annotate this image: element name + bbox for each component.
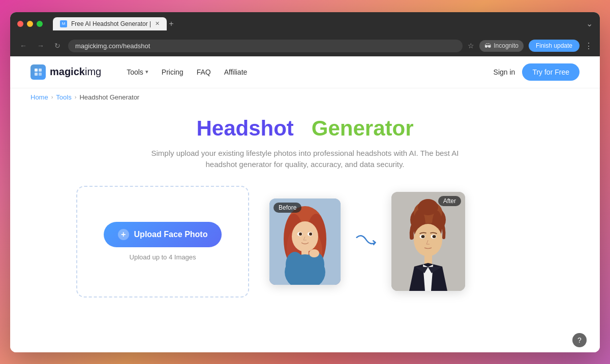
tab-favicon: M (60, 20, 67, 27)
svg-point-30 (433, 235, 436, 238)
address-input[interactable] (68, 40, 463, 52)
svg-rect-0 (35, 69, 38, 72)
before-label: Before (273, 203, 301, 213)
before-photo-card: Before (269, 198, 341, 285)
sign-in-btn[interactable]: Sign in (494, 68, 515, 76)
upload-hint: Upload up to 4 Images (130, 253, 196, 261)
nav-right: Sign in Try for Free (494, 63, 580, 81)
breadcrumb-sep-2: › (75, 94, 77, 100)
before-after-section: Before (269, 192, 534, 291)
chevron-down-icon: ▾ (145, 69, 148, 75)
breadcrumb-home[interactable]: Home (30, 93, 48, 101)
new-tab-btn[interactable]: + (169, 19, 173, 28)
breadcrumb-sep-1: › (51, 94, 53, 100)
svg-rect-2 (35, 73, 38, 76)
nav-affiliate[interactable]: Affiliate (219, 65, 253, 79)
upload-box: + Upload Face Photo Upload up to 4 Image… (76, 186, 249, 297)
nav-tools[interactable]: Tools ▾ (121, 65, 154, 79)
svg-point-19 (309, 249, 319, 257)
refresh-btn[interactable]: ↻ (52, 40, 63, 51)
browser-menu-btn[interactable]: ⋮ (585, 41, 593, 51)
logo-icon (30, 64, 46, 80)
page-title: Headshot Generator (196, 116, 413, 141)
arrow-container (351, 229, 381, 254)
page-subtitle: Simply upload your existing lifestyle ph… (147, 148, 463, 171)
tab-bar: M Free AI Headshot Generator | ✕ + (53, 17, 582, 30)
maximize-window-btn[interactable] (37, 21, 43, 27)
upload-btn-label: Upload Face Photo (134, 230, 208, 239)
nav-links: Tools ▾ Pricing FAQ Affiliate (121, 65, 493, 79)
tab-expand-icon[interactable]: ⌄ (586, 19, 593, 28)
active-tab[interactable]: M Free AI Headshot Generator | ✕ (53, 17, 167, 30)
site-logo[interactable]: magickimg (30, 64, 101, 80)
title-bar: M Free AI Headshot Generator | ✕ + ⌄ (10, 12, 600, 36)
try-free-btn[interactable]: Try for Free (522, 63, 580, 81)
svg-rect-3 (39, 73, 42, 76)
help-btn[interactable]: ? (572, 333, 587, 347)
content-area: + Upload Face Photo Upload up to 4 Image… (76, 186, 534, 297)
back-btn[interactable]: ← (17, 40, 29, 51)
incognito-badge: 🕶 Incognito (479, 40, 524, 52)
bookmark-icon[interactable]: ☆ (468, 42, 474, 50)
browser-window: M Free AI Headshot Generator | ✕ + ⌄ ← →… (10, 12, 600, 352)
svg-point-14 (309, 233, 312, 236)
plus-icon: + (118, 229, 129, 240)
page-title-part2: Generator (312, 116, 414, 140)
tab-title: Free AI Headshot Generator | (71, 20, 151, 27)
logo-text-bold: magick (50, 66, 85, 77)
finish-update-btn[interactable]: Finish update (529, 40, 580, 52)
address-bar: ← → ↻ ☆ 🕶 Incognito Finish update ⋮ (10, 36, 600, 56)
site-nav: magickimg Tools ▾ Pricing FAQ Affiliate … (10, 56, 600, 88)
arrow-icon (353, 229, 379, 254)
breadcrumb-tools[interactable]: Tools (56, 93, 71, 101)
svg-point-17 (286, 252, 304, 277)
breadcrumb: Home › Tools › Headshot Generator (10, 88, 600, 106)
browser-chrome: M Free AI Headshot Generator | ✕ + ⌄ ← →… (10, 12, 600, 56)
close-window-btn[interactable] (17, 21, 23, 27)
upload-face-photo-btn[interactable]: + Upload Face Photo (104, 222, 222, 247)
svg-point-29 (421, 235, 425, 238)
window-controls (17, 21, 43, 27)
after-photo-card: After (391, 192, 465, 291)
minimize-window-btn[interactable] (27, 21, 33, 27)
forward-btn[interactable]: → (35, 40, 47, 51)
main-content: Headshot Generator Simply upload your ex… (10, 106, 600, 352)
logo-text-light: img (85, 66, 101, 77)
page-title-part1: Headshot (196, 116, 293, 140)
after-photo-bg (391, 192, 465, 291)
nav-pricing[interactable]: Pricing (157, 65, 189, 79)
website-content: magickimg Tools ▾ Pricing FAQ Affiliate … (10, 56, 600, 352)
logo-text: magickimg (50, 66, 101, 78)
incognito-label: Incognito (494, 42, 518, 49)
nav-faq[interactable]: FAQ (192, 65, 216, 79)
after-label: After (438, 196, 461, 206)
incognito-icon: 🕶 (484, 42, 491, 50)
breadcrumb-current: Headshot Generator (79, 93, 139, 101)
svg-rect-1 (39, 69, 42, 72)
tab-close-btn[interactable]: ✕ (155, 20, 160, 27)
svg-point-13 (299, 233, 302, 236)
